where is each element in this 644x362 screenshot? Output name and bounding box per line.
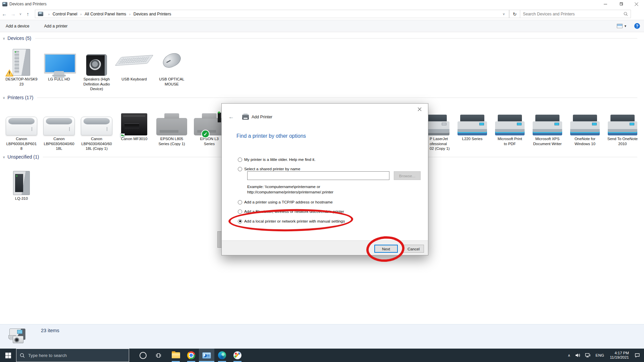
chrome-icon bbox=[187, 351, 195, 359]
option-bluetooth[interactable]: Add a Bluetooth, wireless or network dis… bbox=[238, 209, 344, 214]
devices-printers-icon bbox=[202, 352, 211, 359]
file-explorer-icon bbox=[172, 352, 180, 358]
breadcrumb-devices-printers[interactable]: Devices and Printers bbox=[133, 12, 171, 16]
radio-icon[interactable] bbox=[238, 167, 242, 171]
address-field[interactable]: › Control Panel › All Control Panel Item… bbox=[35, 10, 509, 18]
printers-section-header[interactable]: ∨ Printers (17) bbox=[2, 94, 637, 101]
option-label: Add a Bluetooth, wireless or network dis… bbox=[244, 209, 344, 214]
option-local-printer[interactable]: Add a local printer or network printer w… bbox=[238, 219, 345, 224]
radio-icon[interactable] bbox=[238, 158, 242, 162]
refresh-button[interactable]: ↻ bbox=[509, 10, 520, 18]
up-button[interactable]: ↑ bbox=[23, 11, 32, 17]
start-button[interactable] bbox=[0, 349, 16, 362]
printer-item[interactable]: CanonLBP6030/6040/6018L (Copy 1) bbox=[78, 107, 115, 151]
command-bar: Add a device Add a printer ▼ ? bbox=[0, 20, 644, 32]
collapse-chevron-icon[interactable]: ∨ bbox=[3, 96, 5, 100]
add-printer-button[interactable]: Add a printer bbox=[44, 24, 67, 28]
file-explorer-button[interactable] bbox=[168, 349, 183, 362]
cancel-button[interactable]: Cancel bbox=[403, 245, 424, 253]
back-button[interactable]: ← bbox=[0, 11, 9, 17]
address-bar: ← → ∨ ↑ › Control Panel › All Control Pa… bbox=[0, 8, 644, 20]
option-older-printer[interactable]: My printer is a little older. Help me fi… bbox=[238, 157, 315, 162]
breadcrumb-all-items[interactable]: All Control Panel Items bbox=[85, 12, 126, 16]
search-input[interactable] bbox=[523, 12, 624, 16]
printer-item[interactable]: EPSON L805Series (Copy 1) bbox=[153, 107, 191, 146]
devices-and-printers-button[interactable] bbox=[199, 349, 214, 362]
option-tcpip[interactable]: Add a printer using a TCP/IP address or … bbox=[238, 200, 333, 204]
devices-section-title: Devices (5) bbox=[7, 36, 31, 41]
printer-item[interactable]: CanonLBP6030/6040/6018L bbox=[40, 107, 78, 151]
next-button[interactable]: Next bbox=[374, 245, 398, 253]
breadcrumb-separator-icon: › bbox=[48, 12, 50, 16]
shared-printer-name-input[interactable] bbox=[247, 171, 389, 180]
option-label: Select a shared printer by name bbox=[244, 167, 300, 171]
search-box[interactable] bbox=[520, 10, 631, 18]
language-indicator[interactable]: ENG bbox=[595, 353, 604, 357]
edge-button[interactable] bbox=[214, 349, 230, 362]
printer-label: L220 Series bbox=[455, 136, 490, 141]
printer-icon bbox=[495, 117, 525, 135]
breadcrumb-control-panel[interactable]: Control Panel bbox=[53, 12, 77, 16]
dialog-title: Add Printer bbox=[252, 115, 272, 119]
network-icon[interactable] bbox=[585, 353, 591, 358]
printer-item[interactable]: OneNote forWindows 10 bbox=[566, 107, 604, 146]
device-item[interactable]: Speakers (HighDefinition AudioDevice) bbox=[78, 45, 115, 92]
device-label: DESKTOP-NVSK923 bbox=[4, 77, 39, 86]
action-center-icon[interactable] bbox=[635, 353, 640, 358]
printer-item[interactable]: CanonLBP6000/LBP6018 bbox=[3, 107, 40, 151]
chrome-button[interactable] bbox=[183, 349, 199, 362]
option-shared-printer[interactable]: Select a shared printer by name bbox=[238, 167, 300, 171]
printer-item[interactable]: Canon MF3010 bbox=[115, 107, 153, 141]
clock[interactable]: 4:17 PM 11/19/2021 bbox=[610, 351, 629, 360]
laser-printer-icon bbox=[6, 117, 37, 135]
cortana-button[interactable] bbox=[135, 349, 151, 362]
collapse-chevron-icon[interactable]: ∨ bbox=[3, 37, 5, 40]
address-dropdown-icon[interactable]: ∨ bbox=[499, 12, 509, 16]
option-label: Add a printer using a TCP/IP address or … bbox=[244, 200, 333, 204]
restore-button[interactable] bbox=[613, 0, 629, 8]
printer-item[interactable]: Microsoft XPSDocument Writer bbox=[529, 107, 566, 146]
dialog-back-icon[interactable]: ← bbox=[228, 114, 234, 120]
paint-icon bbox=[233, 351, 241, 359]
device-item[interactable]: DESKTOP-NVSK923 bbox=[3, 45, 40, 86]
forward-button[interactable]: → bbox=[9, 11, 17, 17]
taskbar-search-input[interactable] bbox=[28, 353, 109, 358]
add-device-button[interactable]: Add a device bbox=[6, 24, 29, 28]
collapse-chevron-icon[interactable]: ∨ bbox=[3, 155, 5, 159]
cortana-icon bbox=[140, 352, 147, 359]
taskbar: ∧ ENG 4:17 PM 11/19/2021 bbox=[0, 349, 644, 362]
browse-button[interactable]: Browse... bbox=[394, 171, 421, 180]
option-label: My printer is a little older. Help me fi… bbox=[244, 157, 315, 162]
section-divider bbox=[35, 38, 637, 39]
printer-label: OneNote forWindows 10 bbox=[568, 136, 602, 146]
unspecified-item[interactable]: LQ-310 bbox=[3, 164, 40, 201]
paint-button[interactable] bbox=[230, 349, 245, 362]
device-item[interactable]: USB Keyboard bbox=[115, 45, 153, 82]
desktop-pc-icon bbox=[13, 49, 30, 76]
close-button[interactable] bbox=[629, 0, 644, 8]
minimize-button[interactable] bbox=[598, 0, 613, 8]
tray-expand-icon[interactable]: ∧ bbox=[568, 353, 570, 358]
task-view-button[interactable] bbox=[151, 349, 166, 362]
volume-icon[interactable] bbox=[575, 353, 580, 358]
view-options-icon[interactable] bbox=[617, 24, 623, 28]
edge-icon bbox=[218, 351, 226, 359]
device-item[interactable]: LG FULL HD bbox=[40, 45, 78, 82]
printer-item[interactable]: Microsoft Printto PDF bbox=[491, 107, 529, 146]
help-icon[interactable]: ? bbox=[634, 23, 640, 29]
mouse-icon bbox=[160, 50, 183, 70]
taskbar-search-box[interactable] bbox=[16, 349, 129, 362]
radio-icon[interactable] bbox=[238, 219, 242, 224]
recent-locations-dropdown[interactable]: ∨ bbox=[17, 12, 23, 16]
system-tray: ∧ ENG 4:17 PM 11/19/2021 bbox=[565, 349, 644, 362]
device-label: LG FULL HD bbox=[42, 77, 76, 82]
printer-item[interactable]: L220 Series bbox=[453, 107, 491, 141]
view-options-dropdown-icon[interactable]: ▼ bbox=[624, 24, 627, 28]
printer-item[interactable]: Send To OneNote2010 bbox=[604, 107, 641, 146]
dialog-close-icon[interactable] bbox=[415, 106, 425, 113]
device-item[interactable]: USB OPTICALMOUSE bbox=[153, 45, 191, 86]
devices-section-header[interactable]: ∨ Devices (5) bbox=[2, 35, 637, 42]
inkjet-printer-icon bbox=[156, 118, 187, 135]
radio-icon[interactable] bbox=[238, 209, 242, 214]
radio-icon[interactable] bbox=[238, 200, 242, 204]
